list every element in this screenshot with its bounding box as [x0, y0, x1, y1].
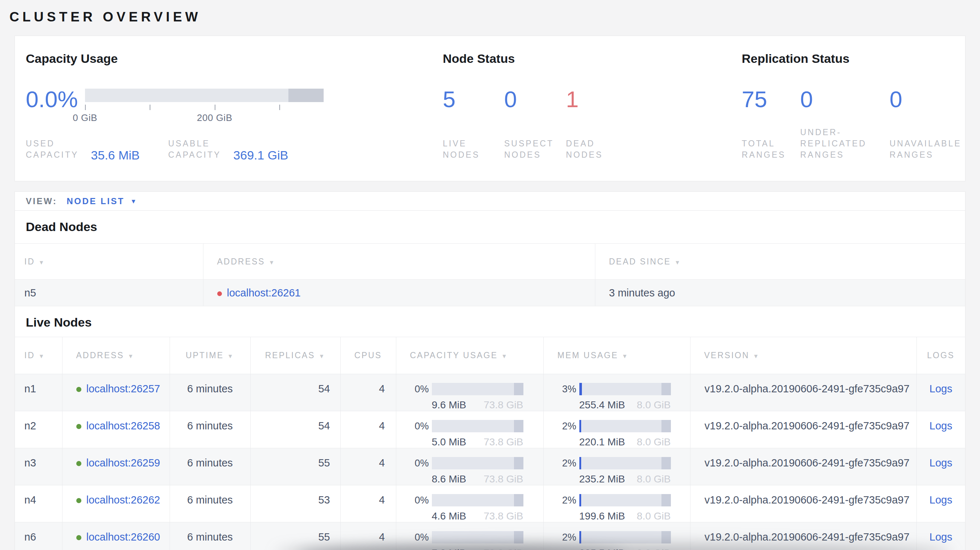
dead-col-header-id[interactable]: ID▼	[15, 244, 203, 280]
mem-usage-bar	[579, 383, 671, 395]
capacity-percent-value: 0.0%	[26, 87, 85, 111]
sort-icon: ▼	[38, 259, 45, 265]
sort-icon: ▼	[228, 353, 234, 359]
mem-bar-reserved-icon	[662, 383, 671, 395]
capacity-usage-bar	[432, 383, 523, 395]
unavailable-ranges-count: 0	[889, 87, 965, 111]
axis-tick-label: 200 GiB	[197, 112, 232, 124]
capacity-bar-reserved-icon	[514, 383, 523, 395]
capacity-usage-bar	[432, 494, 523, 506]
cpus-cell: 4	[340, 485, 396, 522]
used-capacity-stat: USED CAPACITY 35.6 MiB	[26, 138, 168, 161]
dead-nodes-tbody: n5 localhost:26261 3 minutes ago	[15, 280, 965, 306]
live-nodes-heading: Live Nodes	[26, 315, 965, 329]
under-replicated-ranges-count: 0	[800, 87, 889, 111]
mem-bar-fill	[579, 420, 581, 432]
logs-link[interactable]: Logs	[929, 494, 952, 505]
mem-bar-fill	[579, 531, 581, 544]
logs-cell: Logs	[916, 374, 965, 411]
col-header-address[interactable]: ADDRESS▼	[62, 337, 170, 374]
version-cell: v19.2.0-alpha.20190606-2491-gfe735c9a97	[690, 448, 916, 485]
capacity-bar-reserved-icon	[514, 531, 523, 544]
total-ranges-label: TOTAL RANGES	[742, 138, 800, 161]
col-header-replicas[interactable]: REPLICAS▼	[250, 337, 340, 374]
node-id-cell: n4	[15, 485, 62, 522]
col-header-capacity-usage[interactable]: CAPACITY USAGE▼	[396, 337, 543, 374]
axis-tick	[215, 105, 215, 110]
uptime-cell: 6 minutes	[170, 411, 250, 448]
node-address-link[interactable]: localhost:26257	[86, 383, 160, 394]
live-node-row: n2 localhost:26258 6 minutes 54 4 0% 5.0…	[15, 411, 965, 448]
mem-usage-bar	[579, 531, 671, 544]
node-address-link[interactable]: localhost:26260	[86, 531, 160, 543]
sort-icon: ▼	[128, 353, 135, 359]
mem-usage-cell: 2% 199.6 MiB 8.0 GiB	[543, 485, 690, 522]
axis-tick	[85, 105, 86, 110]
page-title: CLUSTER OVERVIEW	[10, 10, 966, 25]
sort-icon: ▼	[675, 259, 681, 265]
view-selected-value[interactable]: NODE LIST	[67, 196, 124, 206]
logs-cell: Logs	[916, 485, 965, 522]
col-header-version[interactable]: VERSION▼	[690, 337, 916, 374]
cpus-cell: 4	[340, 448, 396, 485]
dead-nodes-label: DEAD NODES	[566, 138, 742, 161]
node-id-cell: n3	[15, 448, 62, 485]
logs-link[interactable]: Logs	[929, 457, 952, 469]
capacity-usage-cell: 0% 7.8 MiB 73.8 GiB	[396, 522, 543, 550]
node-id-cell: n2	[15, 411, 62, 448]
live-nodes-label: LIVE NODES	[443, 138, 504, 161]
capacity-usage-bar	[432, 457, 523, 469]
node-address-cell: localhost:26261	[203, 280, 595, 306]
live-nodes-count: 5	[443, 87, 504, 111]
view-selector-dropdown[interactable]: NODE LIST ▼	[67, 196, 136, 206]
replication-status-heading: Replication Status	[742, 52, 965, 65]
used-capacity-value: 35.6 MiB	[91, 149, 140, 162]
capacity-bar-block: 0 GiB200 GiB	[85, 87, 324, 126]
col-header-mem-usage[interactable]: MEM USAGE▼	[543, 337, 690, 374]
mem-usage-bar	[579, 494, 671, 506]
capacity-bar-reserved-segment	[288, 89, 324, 102]
node-address-cell: localhost:26258	[62, 411, 170, 448]
dead-col-header-dead-since[interactable]: DEAD SINCE▼	[595, 244, 965, 280]
sort-icon: ▼	[269, 259, 276, 265]
cpus-cell: 4	[340, 522, 396, 550]
node-address-link[interactable]: localhost:26258	[86, 420, 160, 432]
logs-cell: Logs	[916, 522, 965, 550]
live-nodes-header-row: ID▼ ADDRESS▼ UPTIME▼ REPLICAS▼ CPUS CAPA…	[15, 337, 965, 374]
live-nodes-table: ID▼ ADDRESS▼ UPTIME▼ REPLICAS▼ CPUS CAPA…	[15, 337, 965, 550]
axis-tick-label: 0 GiB	[73, 112, 97, 124]
logs-link[interactable]: Logs	[929, 531, 952, 543]
total-ranges-count: 75	[742, 87, 800, 111]
uptime-cell: 6 minutes	[170, 522, 250, 550]
col-header-id[interactable]: ID▼	[15, 337, 62, 374]
col-header-uptime[interactable]: UPTIME▼	[170, 337, 250, 374]
capacity-bar-reserved-icon	[514, 494, 523, 506]
col-header-logs: LOGS	[916, 337, 965, 374]
replicas-cell: 53	[250, 485, 340, 522]
replication-status-panel: Replication Status 75 0 0 TOTAL RANGES U…	[742, 52, 965, 161]
capacity-usage-heading: Capacity Usage	[26, 52, 443, 65]
replicas-cell: 55	[250, 448, 340, 485]
usable-capacity-value: 369.1 GiB	[233, 149, 288, 162]
sort-icon: ▼	[38, 353, 45, 359]
dead-node-row: n5 localhost:26261 3 minutes ago	[15, 280, 965, 306]
capacity-usage-bar	[432, 420, 523, 432]
replicas-cell: 54	[250, 411, 340, 448]
logs-link[interactable]: Logs	[929, 383, 952, 394]
live-status-dot-icon	[76, 461, 81, 466]
dead-col-header-address[interactable]: ADDRESS▼	[203, 244, 595, 280]
uptime-cell: 6 minutes	[170, 374, 250, 411]
live-status-dot-icon	[76, 424, 81, 429]
mem-usage-cell: 2% 220.1 MiB 8.0 GiB	[543, 411, 690, 448]
logs-link[interactable]: Logs	[929, 420, 952, 432]
replicas-cell: 54	[250, 374, 340, 411]
node-address-link[interactable]: localhost:26259	[86, 457, 160, 469]
mem-usage-cell: 2% 235.2 MiB 8.0 GiB	[543, 448, 690, 485]
node-status-heading: Node Status	[443, 52, 742, 65]
node-address-link[interactable]: localhost:26261	[227, 287, 301, 299]
capacity-axis: 0 GiB200 GiB	[85, 102, 324, 126]
mem-usage-cell: 2% 225.5 MiB 8.0 GiB	[543, 522, 690, 550]
node-address-link[interactable]: localhost:26262	[86, 494, 160, 505]
capacity-usage-bar	[432, 531, 523, 544]
live-node-row: n4 localhost:26262 6 minutes 53 4 0% 4.6…	[15, 485, 965, 522]
